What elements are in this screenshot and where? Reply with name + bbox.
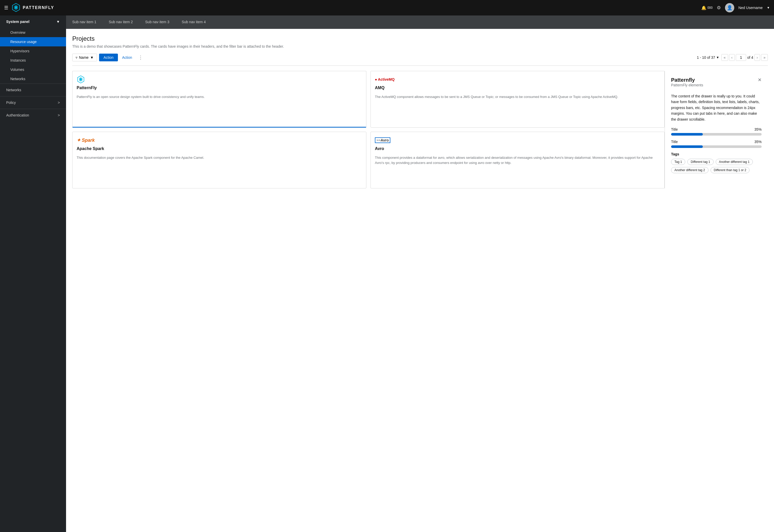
filter-icon: ▿ [76,55,77,60]
authentication-expand-icon: > [58,113,60,117]
card-logo: ● ActiveMQ [375,75,660,84]
progress-bar-fill-2 [671,145,703,148]
tag-1: Tag 1 [671,159,685,165]
sidebar-authentication-section: Authentication > [0,109,66,121]
tags-label: Tags [671,152,762,156]
hamburger-icon[interactable]: ☰ [4,5,8,11]
pagination-range-text: 1 - 10 of 37 [697,55,715,60]
sidebar-section-title: System panel [6,20,29,24]
user-dropdown-icon[interactable]: ▼ [767,6,770,10]
sub-nav-item-4[interactable]: Sub nav item 4 [175,15,212,29]
card-body: This documentation page covers the Apach… [72,155,366,188]
page-description: This is a demo that showcases PatternFly… [72,44,768,48]
drawer-progress-label-1: Title [671,127,678,131]
notification-bell[interactable]: 🔔 000 [701,5,713,10]
progress-bar-bg-1 [671,133,762,136]
sidebar-authentication-title[interactable]: Authentication > [0,109,66,121]
card-logo: ~~Avro [375,136,660,144]
card-patternfly[interactable]: PatternFly PatternFly is an open source … [72,71,366,128]
drawer-progress-label-row-2: Title 35% [671,140,762,144]
sub-navigation: Sub nav item 1 Sub nav item 2 Sub nav it… [66,15,774,29]
drawer-close-button[interactable]: ✕ [758,77,762,83]
card-spark[interactable]: ✦ Spark Apache Spark This documentation … [72,132,366,188]
pagination-nav: « ‹ of 4 › » [721,54,768,61]
sub-nav-item-1[interactable]: Sub nav item 1 [66,15,102,29]
sidebar-item-resource-usage[interactable]: Resource usage [0,37,66,46]
pagination-first-button[interactable]: « [721,54,728,61]
progress-bar-fill-1 [671,133,703,136]
tag-3: Another different tag 1 [716,159,753,165]
card-body: The ActiveMQ component allows messages t… [371,94,664,127]
sidebar-item-overview[interactable]: Overview [0,28,66,37]
drawer-progress-value-2: 35% [754,140,762,144]
card-title: Avro [375,146,660,151]
content-area: PatternFly PatternFly is an open source … [72,71,768,188]
top-navigation: ☰ PATTERNFLY 🔔 000 ⚙ 👤 Ned Username ▼ [0,0,774,15]
avro-logo-icon: ~~Avro [375,137,390,143]
kebab-menu-button[interactable]: ⋮ [136,54,145,61]
card-title: PatternFly [77,86,362,90]
toolbar: ▿ Name ▼ Action Action ⋮ 1 - 10 of 37 ▼ … [72,54,768,66]
pagination-last-button[interactable]: » [761,54,768,61]
sub-nav-item-3[interactable]: Sub nav item 3 [139,15,175,29]
sidebar-section-header[interactable]: System panel ▼ [0,15,66,28]
gear-icon[interactable]: ⚙ [717,5,721,11]
sidebar-networks-title[interactable]: Networks [0,84,66,96]
pagination-of-text: of 4 [747,55,753,60]
drawer-titles: Patternfly PatternFly elements [671,77,703,91]
main-wrapper: Sub nav item 1 Sub nav item 2 Sub nav it… [66,15,774,532]
pagination-page-input[interactable] [736,54,746,61]
drawer-title: Patternfly [671,77,703,83]
pagination-prev-button[interactable]: ‹ [729,54,735,61]
brand: PATTERNFLY [11,3,54,13]
card-logo [77,75,362,84]
page-title: Projects [72,35,768,42]
card-header: ● ActiveMQ AMQ [371,71,664,94]
action-link-button[interactable]: Action [120,54,134,61]
brand-logo-icon [11,3,21,13]
tag-5: Different than tag 1 or 2 [711,167,750,173]
card-header: PatternFly [72,71,366,94]
amq-logo-icon: ● ActiveMQ [375,77,394,81]
sub-nav-item-2[interactable]: Sub nav item 2 [102,15,139,29]
card-logo: ✦ Spark [77,136,362,144]
filter-chevron-icon: ▼ [90,55,94,60]
card-header: ✦ Spark Apache Spark [72,132,366,155]
card-avro[interactable]: ~~Avro Avro This component provides a da… [371,132,665,188]
action-primary-button[interactable]: Action [99,54,118,61]
filter-name-button[interactable]: ▿ Name ▼ [72,54,97,61]
avatar-icon: 👤 [727,5,732,11]
drawer-description: The content of the drawer is really up t… [671,93,762,122]
drawer-progress-label-2: Title [671,140,678,144]
card-description: The ActiveMQ component allows messages t… [375,94,660,99]
card-title: AMQ [375,86,660,90]
drawer-progress-1: Title 35% [671,127,762,136]
sidebar-networks-section: Networks [0,84,66,96]
sidebar-policy-title[interactable]: Policy > [0,96,66,109]
sidebar: System panel ▼ Overview Resource usage H… [0,15,66,532]
tag-4: Another different tag 2 [671,167,709,173]
card-amq[interactable]: ● ActiveMQ AMQ The ActiveMQ component al… [371,71,665,128]
notification-count: 000 [707,6,713,10]
policy-expand-icon: > [58,101,60,105]
username: Ned Username [738,6,763,10]
drawer-progress-label-row-1: Title 35% [671,127,762,131]
sidebar-item-volumes[interactable]: Volumes [0,65,66,74]
sidebar-item-instances[interactable]: Instances [0,56,66,65]
main-content: Projects This is a demo that showcases P… [66,29,774,532]
pagination-next-button[interactable]: › [754,54,760,61]
drawer-subtitle: PatternFly elements [671,83,703,87]
spark-logo-icon: ✦ Spark [77,137,95,143]
card-body: This component provides a dataformat for… [371,155,664,188]
bell-icon: 🔔 [701,5,706,10]
sidebar-item-hypervisors[interactable]: Hypervisors [0,46,66,56]
drawer-tags-section: Tags Tag 1 Different tag 1 Another diffe… [671,152,762,173]
sidebar-item-networks-sub[interactable]: Networks [0,74,66,84]
card-header: ~~Avro Avro [371,132,664,155]
pagination-range: 1 - 10 of 37 ▼ [697,55,719,60]
card-title: Apache Spark [77,146,362,151]
sidebar-section-chevron: ▼ [56,20,60,24]
pagination-range-dropdown[interactable]: ▼ [716,56,719,59]
brand-name: PATTERNFLY [23,5,54,10]
drawer-progress-2: Title 35% [671,140,762,148]
